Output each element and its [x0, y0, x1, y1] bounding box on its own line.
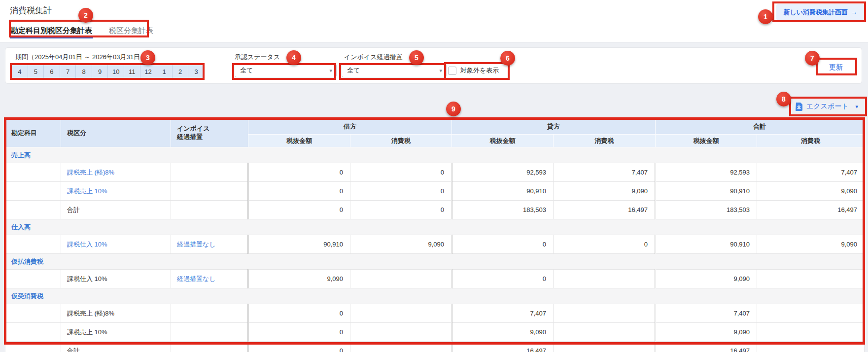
checkbox-icon[interactable]	[448, 67, 456, 75]
cell-credit-tax	[554, 342, 656, 352]
arrow-right-icon: →	[851, 8, 857, 16]
cell-invoice-measure[interactable]: 経過措置なし	[171, 235, 248, 254]
col-header-credit: 貸方	[452, 119, 656, 135]
month-button-3[interactable]: 3	[188, 65, 204, 78]
cell-total-ex-tax: 90,910	[656, 235, 757, 254]
cell-total-ex-tax: 7,407	[656, 304, 757, 323]
cell-debit-tax: 9,090	[350, 235, 452, 254]
cell-tax-class[interactable]: 課税売上 10%	[61, 182, 171, 201]
cell-invoice-measure[interactable]: 経過措置なし	[171, 270, 248, 288]
cell-account	[5, 235, 61, 254]
account-group-link[interactable]: 売上高	[5, 147, 865, 163]
annotation-badge-9: 9	[446, 102, 461, 116]
cell-total-tax: 7,407	[757, 163, 865, 182]
cell-debit-tax	[350, 342, 452, 352]
export-button[interactable]: エクスポート ▾	[790, 98, 864, 115]
cell-credit-tax: 7,407	[554, 163, 656, 182]
tabs: 勘定科目別税区分集計表税区分集計表	[10, 24, 154, 37]
invoice-measure-label: インボイス経過措置	[344, 53, 403, 62]
col-header-account: 勘定科目	[5, 119, 61, 147]
table-row: 課税売上 10%0090,9109,09090,9109,090	[5, 182, 865, 201]
cell-credit-ex-tax: 7,407	[452, 304, 554, 323]
cell-tax-class[interactable]: 課税仕入 10%	[61, 235, 171, 254]
cell-credit-ex-tax: 9,090	[452, 323, 554, 342]
cell-invoice-measure	[171, 304, 248, 323]
month-button-4[interactable]: 4	[12, 65, 28, 78]
cell-debit-ex-tax: 0	[248, 323, 350, 342]
cell-total-tax	[757, 304, 865, 323]
cell-credit-ex-tax: 16,497	[452, 342, 554, 352]
group-row: 仮受消費税	[5, 288, 865, 304]
cell-tax-class: 課税売上 10%	[61, 323, 171, 342]
chevron-down-icon: ▾	[439, 68, 442, 74]
cell-credit-ex-tax: 90,910	[452, 182, 554, 201]
cell-account	[5, 342, 61, 352]
cell-invoice-measure	[171, 163, 248, 182]
new-screen-button[interactable]: 新しい消費税集計画面 →	[776, 4, 864, 20]
cell-debit-tax	[350, 270, 452, 288]
cell-credit-tax	[554, 323, 656, 342]
cell-tax-class: 合計	[61, 342, 171, 352]
month-button-10[interactable]: 10	[108, 65, 124, 78]
col-header-tax-class: 税区分	[61, 119, 171, 147]
col-header-invoice-line2: 経過措置	[177, 133, 247, 141]
cell-total-ex-tax: 9,090	[656, 270, 757, 288]
account-group-link[interactable]: 仮払消費税	[5, 254, 865, 270]
show-excluded-checkbox[interactable]: 対象外を表示	[448, 66, 499, 75]
cell-debit-tax: 0	[350, 182, 452, 201]
month-button-9[interactable]: 9	[92, 65, 108, 78]
table-row: 合計00183,50316,497183,50316,497	[5, 201, 865, 219]
cell-debit-tax	[350, 304, 452, 323]
approval-status-select[interactable]: 全て ▾	[235, 64, 337, 77]
cell-total-tax: 16,497	[757, 201, 865, 219]
cell-total-ex-tax: 9,090	[656, 323, 757, 342]
cell-tax-class: 合計	[61, 201, 171, 219]
approval-status-label: 承認ステータス	[235, 53, 280, 62]
cell-total-ex-tax: 92,593	[656, 163, 757, 182]
tab-by-tax-class[interactable]: 税区分集計表	[108, 24, 154, 37]
month-buttons: 456789101112123	[11, 65, 205, 78]
cell-credit-ex-tax: 183,503	[452, 201, 554, 219]
refresh-button[interactable]: 更新	[817, 61, 855, 74]
col-header-total-tax: 消費税	[757, 135, 865, 147]
cell-credit-tax	[554, 304, 656, 323]
month-button-6[interactable]: 6	[44, 65, 60, 78]
month-button-8[interactable]: 8	[76, 65, 92, 78]
col-header-debit: 借方	[248, 119, 452, 135]
table-body: 売上高課税売上 (軽)8%0092,5937,40792,5937,407課税売…	[5, 147, 865, 352]
cell-total-tax	[757, 342, 865, 352]
month-button-7[interactable]: 7	[60, 65, 76, 78]
cell-invoice-measure	[171, 182, 248, 201]
tab-by-account[interactable]: 勘定科目別税区分集計表	[10, 24, 93, 37]
month-button-2[interactable]: 2	[173, 65, 189, 78]
cell-credit-ex-tax: 92,593	[452, 163, 554, 182]
month-button-1[interactable]: 1	[156, 65, 173, 78]
annotation-badge-8: 8	[776, 92, 791, 106]
cell-total-ex-tax: 16,497	[656, 342, 757, 352]
cell-credit-ex-tax: 0	[452, 235, 554, 254]
cell-total-tax	[757, 270, 865, 288]
cell-total-ex-tax: 90,910	[656, 182, 757, 201]
month-button-5[interactable]: 5	[28, 65, 44, 78]
account-group-link[interactable]: 仮受消費税	[5, 288, 865, 304]
account-group-link[interactable]: 仕入高	[5, 219, 865, 235]
cell-credit-tax: 0	[554, 235, 656, 254]
cell-debit-ex-tax: 0	[248, 163, 350, 182]
col-header-debit-ex-tax: 税抜金額	[248, 135, 350, 147]
table-row: 課税売上 (軽)8%07,4077,407	[5, 304, 865, 323]
new-screen-button-label: 新しい消費税集計画面	[783, 8, 848, 17]
cell-tax-class[interactable]: 課税売上 (軽)8%	[61, 163, 171, 182]
cell-total-tax: 9,090	[757, 182, 865, 201]
page-title: 消費税集計	[10, 5, 52, 16]
invoice-measure-select[interactable]: 全て ▾	[342, 64, 447, 77]
cell-tax-class: 課税売上 (軽)8%	[61, 304, 171, 323]
col-header-invoice-line1: インボイス	[177, 125, 247, 133]
cell-debit-ex-tax: 0	[248, 304, 350, 323]
cell-credit-ex-tax: 0	[452, 270, 554, 288]
cell-invoice-measure	[171, 201, 248, 219]
month-button-11[interactable]: 11	[124, 65, 140, 78]
cell-account	[5, 270, 61, 288]
month-button-12[interactable]: 12	[140, 65, 157, 78]
chevron-down-icon: ▾	[855, 104, 858, 110]
cell-invoice-measure	[171, 342, 248, 352]
